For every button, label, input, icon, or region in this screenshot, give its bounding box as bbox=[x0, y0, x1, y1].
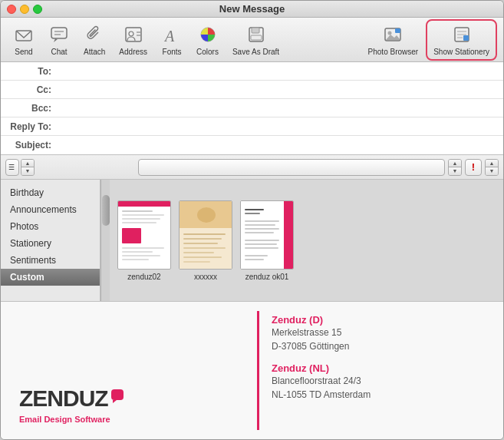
svg-rect-22 bbox=[463, 35, 469, 41]
address-button[interactable]: Address bbox=[113, 21, 153, 59]
reply-input[interactable] bbox=[56, 119, 503, 134]
sidebar-item-birthday[interactable]: Birthday bbox=[1, 184, 100, 201]
stationery-label: Show Stationery bbox=[433, 48, 489, 56]
cc-input[interactable] bbox=[56, 82, 503, 98]
company-nl-line1: Blancefloorstraat 24/3 bbox=[272, 374, 491, 388]
stepper-up[interactable]: ▲ bbox=[21, 160, 34, 167]
zenduz-logo: ZENDUZ bbox=[19, 385, 239, 412]
company-de-line1: Merkelstrasse 15 bbox=[272, 326, 491, 339]
cc-row: Cc: bbox=[1, 81, 503, 99]
svg-rect-25 bbox=[122, 214, 164, 216]
show-stationery-button[interactable]: Show Stationery bbox=[426, 19, 497, 61]
svg-rect-50 bbox=[245, 232, 274, 233]
photo-browser-button[interactable]: Photo Browser bbox=[362, 21, 425, 59]
photo-browser-icon bbox=[382, 24, 404, 45]
minimize-button[interactable] bbox=[20, 5, 29, 14]
svg-marker-57 bbox=[113, 400, 117, 403]
photo-browser-label: Photo Browser bbox=[368, 48, 419, 56]
svg-rect-45 bbox=[245, 209, 264, 210]
svg-rect-30 bbox=[122, 251, 153, 253]
svg-rect-42 bbox=[183, 261, 210, 263]
to-label: To: bbox=[1, 66, 56, 77]
thumbnail-xxxxxx[interactable]: xxxxxx bbox=[179, 200, 232, 281]
thumbnail-zenduz02[interactable]: zenduz02 bbox=[117, 200, 171, 281]
toolbar: Send Chat Attach bbox=[1, 18, 503, 62]
svg-rect-1 bbox=[51, 28, 67, 38]
logo-bubble-icon bbox=[110, 388, 127, 405]
thumb-img-xxxxxx bbox=[179, 200, 232, 270]
company-de-line2: D-37085 Göttingen bbox=[272, 339, 491, 353]
fonts-label: Fonts bbox=[163, 48, 182, 56]
format-stepper-down[interactable]: ▼ bbox=[449, 167, 461, 175]
svg-rect-36 bbox=[183, 233, 226, 235]
thumb-img-zenduz02 bbox=[117, 200, 171, 270]
address-icon bbox=[123, 24, 144, 45]
thumb-img-zenduz-ok01 bbox=[240, 200, 294, 270]
send-label: Send bbox=[15, 48, 32, 56]
svg-rect-17 bbox=[395, 28, 400, 33]
preview-contact: Zenduz (D) Merkelstrasse 15 D-37085 Gött… bbox=[259, 302, 503, 439]
save-draft-label: Save As Draft bbox=[232, 48, 279, 56]
priority-icon: ! bbox=[472, 161, 475, 173]
thumb-label-zenduz02: zenduz02 bbox=[127, 273, 160, 281]
thumbnail-zenduz-ok01[interactable]: zenduz ok01 bbox=[240, 200, 294, 281]
attach-button[interactable]: Attach bbox=[77, 21, 111, 59]
svg-rect-46 bbox=[245, 213, 260, 214]
sidebar-item-photos[interactable]: Photos bbox=[1, 218, 100, 235]
svg-rect-31 bbox=[122, 255, 160, 256]
svg-rect-23 bbox=[118, 201, 171, 207]
stationery-sidebar: Birthday Announcements Photos Stationery… bbox=[1, 180, 100, 301]
priority-button[interactable]: ! bbox=[465, 159, 482, 176]
window-controls bbox=[7, 5, 42, 14]
close-button[interactable] bbox=[7, 5, 16, 14]
company-nl-line2: NL-1055 TD Amsterdam bbox=[272, 388, 491, 402]
preview-logo-area: ZENDUZ Email Design Software bbox=[1, 302, 257, 439]
bcc-row: Bcc: bbox=[1, 99, 503, 117]
priority-stepper-up[interactable]: ▲ bbox=[486, 160, 498, 167]
svg-rect-32 bbox=[122, 259, 149, 260]
svg-rect-52 bbox=[245, 243, 277, 245]
format-dropdown[interactable] bbox=[138, 159, 445, 176]
colors-icon bbox=[197, 24, 219, 45]
bcc-input[interactable] bbox=[56, 101, 503, 116]
svg-rect-24 bbox=[122, 210, 153, 212]
fonts-button[interactable]: A Fonts bbox=[155, 21, 189, 59]
scroll-track bbox=[100, 180, 110, 301]
svg-rect-53 bbox=[245, 247, 278, 249]
scroll-thumb[interactable] bbox=[102, 195, 110, 226]
save-draft-button[interactable]: Save As Draft bbox=[226, 21, 285, 59]
list-style-stepper[interactable]: ▲ ▼ bbox=[21, 159, 35, 176]
svg-point-6 bbox=[129, 31, 133, 36]
address-label: Address bbox=[119, 48, 147, 56]
zenduz-subtitle: Email Design Software bbox=[19, 415, 239, 424]
priority-stepper[interactable]: ▲ ▼ bbox=[485, 159, 499, 176]
priority-stepper-down[interactable]: ▼ bbox=[486, 167, 498, 175]
svg-rect-37 bbox=[183, 238, 222, 240]
send-button[interactable]: Send bbox=[7, 21, 41, 59]
fonts-icon: A bbox=[161, 24, 183, 45]
svg-rect-38 bbox=[183, 243, 218, 244]
svg-rect-40 bbox=[183, 252, 214, 253]
format-stepper-up[interactable]: ▲ bbox=[449, 160, 461, 167]
company-de-name: Zenduz (D) bbox=[272, 314, 491, 326]
colors-button[interactable]: Colors bbox=[190, 21, 225, 59]
svg-rect-48 bbox=[245, 224, 275, 226]
svg-rect-49 bbox=[245, 228, 279, 230]
stepper-down[interactable]: ▼ bbox=[21, 167, 34, 175]
to-input[interactable] bbox=[56, 64, 503, 79]
format-stepper[interactable]: ▲ ▼ bbox=[448, 159, 462, 176]
svg-point-15 bbox=[388, 31, 392, 35]
subject-row: Subject: bbox=[1, 136, 503, 154]
list-style-dropdown[interactable]: ☰ bbox=[5, 159, 19, 176]
subject-input[interactable] bbox=[56, 137, 503, 153]
sidebar-item-custom[interactable]: Custom bbox=[1, 269, 100, 286]
sidebar-item-sentiments[interactable]: Sentiments bbox=[1, 252, 100, 269]
svg-rect-39 bbox=[183, 247, 226, 249]
maximize-button[interactable] bbox=[33, 5, 42, 14]
sidebar-item-stationery[interactable]: Stationery bbox=[1, 235, 100, 252]
svg-rect-13 bbox=[251, 35, 262, 40]
chat-button[interactable]: Chat bbox=[42, 21, 76, 59]
svg-rect-44 bbox=[284, 201, 294, 270]
compose-form: To: Cc: Bcc: Reply To: Subject: bbox=[1, 62, 503, 155]
sidebar-item-announcements[interactable]: Announcements bbox=[1, 201, 100, 218]
